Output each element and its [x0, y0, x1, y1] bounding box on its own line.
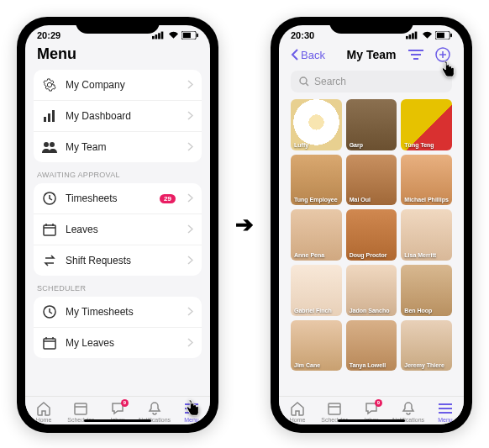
menu-icon — [184, 401, 199, 416]
team-member-tile[interactable]: Tanya Lowell — [346, 320, 397, 372]
member-name: Anne Pena — [294, 252, 339, 258]
svg-rect-8 — [48, 113, 50, 122]
tab-label: Home — [36, 417, 52, 423]
chevron-right-icon — [187, 335, 193, 350]
tab-menu[interactable]: Menu — [174, 401, 209, 423]
menu-item-shift-requests[interactable]: Shift Requests — [34, 245, 202, 276]
menu-item-label: My Company — [66, 79, 179, 91]
scheduler-icon — [327, 401, 342, 416]
team-member-tile[interactable]: Tung Employee — [291, 155, 342, 206]
menu-group: My CompanyMy DashboardMy Team — [34, 70, 202, 162]
member-name: Tùng Teng — [404, 142, 449, 148]
chevron-right-icon — [187, 222, 193, 237]
team-member-tile[interactable]: Lisa Merritt — [401, 209, 452, 261]
chevron-right-icon — [187, 253, 193, 268]
svg-rect-32 — [437, 33, 444, 38]
svg-point-40 — [300, 77, 307, 84]
page-title: My Team — [347, 48, 397, 61]
team-member-tile[interactable]: Jadon Sancho — [346, 265, 397, 316]
team-member-tile[interactable]: Jim Cane — [291, 320, 342, 372]
member-name: Jim Cane — [294, 362, 339, 368]
tab-home[interactable]: Home — [280, 401, 315, 423]
team-member-tile[interactable]: Doug Proctor — [346, 209, 397, 261]
inbox-icon: 9 — [364, 401, 379, 416]
team-member-tile[interactable]: Mai Oui — [346, 155, 397, 206]
swap-icon — [42, 253, 57, 268]
member-name: Tung Employee — [294, 197, 339, 203]
team-member-tile[interactable]: Gabriel Finch — [291, 265, 342, 316]
svg-rect-1 — [155, 34, 158, 39]
svg-rect-2 — [158, 33, 160, 39]
svg-rect-27 — [406, 36, 408, 40]
status-icons — [152, 31, 198, 40]
menu-item-label: Shift Requests — [66, 255, 179, 266]
menu-group: Timesheets29LeavesShift Requests — [34, 183, 202, 276]
menu-item-label: My Leaves — [66, 337, 179, 349]
team-member-tile[interactable]: Garp — [346, 99, 397, 150]
phone-menu: 20:29 Menu My CompanyMy DashboardMy Team… — [17, 17, 218, 433]
status-time: 20:30 — [291, 30, 314, 40]
menu-icon — [438, 401, 453, 416]
svg-point-10 — [44, 142, 49, 147]
phone-team: 20:30 Back My Team — [271, 17, 472, 433]
calendar-icon — [42, 222, 57, 237]
svg-rect-9 — [52, 110, 55, 122]
header: Back My Team — [279, 42, 464, 71]
svg-rect-29 — [412, 33, 414, 39]
team-member-tile[interactable]: Jeremy Thiere — [401, 320, 452, 372]
svg-rect-6 — [197, 34, 198, 38]
clock-icon — [42, 304, 57, 319]
svg-point-11 — [50, 142, 55, 147]
add-button[interactable] — [434, 45, 452, 64]
menu-item-my-leaves[interactable]: My Leaves — [34, 328, 202, 358]
svg-rect-3 — [161, 32, 164, 40]
menu-item-label: Timesheets — [66, 192, 151, 204]
team-member-tile[interactable]: Ben Hoop — [401, 265, 452, 316]
notifications-icon — [401, 401, 416, 416]
menu-item-my-team[interactable]: My Team — [34, 132, 202, 162]
team-member-tile[interactable]: Anne Pena — [291, 209, 342, 261]
menu-item-my-dashboard[interactable]: My Dashboard — [34, 101, 202, 132]
home-icon — [36, 401, 51, 416]
menu-item-my-timesheets[interactable]: My Timesheets — [34, 297, 202, 328]
gear-icon — [42, 77, 57, 92]
member-name: Ben Hoop — [404, 308, 449, 314]
member-name: Lisa Merritt — [404, 252, 449, 258]
clock-icon — [42, 191, 57, 206]
menu-item-timesheets[interactable]: Timesheets29 — [34, 183, 202, 214]
menu-item-label: My Timesheets — [66, 306, 179, 318]
tab-badge: 9 — [375, 399, 382, 407]
home-icon — [290, 401, 305, 416]
bars-icon — [42, 108, 57, 124]
chevron-right-icon — [187, 108, 193, 124]
team-member-tile[interactable]: Luffy — [291, 99, 342, 150]
member-name: Gabriel Finch — [294, 308, 339, 314]
search-input[interactable]: Search — [291, 71, 452, 92]
svg-rect-0 — [152, 36, 155, 40]
tab-home[interactable]: Home — [26, 401, 61, 423]
menu-item-leaves[interactable]: Leaves — [34, 214, 202, 245]
menu-item-my-company[interactable]: My Company — [34, 70, 202, 101]
phone-notch — [329, 17, 413, 34]
team-member-tile[interactable]: Tùng Teng — [401, 99, 452, 150]
member-name: Tanya Lowell — [350, 362, 394, 368]
search-placeholder: Search — [314, 76, 346, 87]
tab-menu[interactable]: Menu — [428, 401, 463, 423]
calendar-icon — [42, 335, 57, 350]
menu-group: My TimesheetsMy Leaves — [34, 297, 202, 358]
filter-icon[interactable] — [407, 45, 425, 64]
menu-item-label: My Dashboard — [66, 110, 179, 122]
team-member-tile[interactable]: Michael Phillips — [401, 155, 452, 206]
inbox-icon: 9 — [110, 401, 125, 416]
menu-content[interactable]: My CompanyMy DashboardMy TeamAWAITING AP… — [25, 70, 210, 396]
phone-notch — [76, 17, 160, 34]
svg-rect-18 — [44, 339, 55, 349]
member-name: Jeremy Thiere — [404, 362, 449, 368]
tab-label: Home — [290, 417, 306, 423]
notifications-icon — [147, 401, 162, 416]
back-button[interactable]: Back — [291, 49, 325, 61]
tab-badge: 9 — [121, 399, 129, 407]
status-time: 20:29 — [37, 30, 60, 40]
team-content[interactable]: Search LuffyGarpTùng TengTung EmployeeMa… — [279, 71, 464, 396]
svg-rect-33 — [450, 34, 452, 38]
